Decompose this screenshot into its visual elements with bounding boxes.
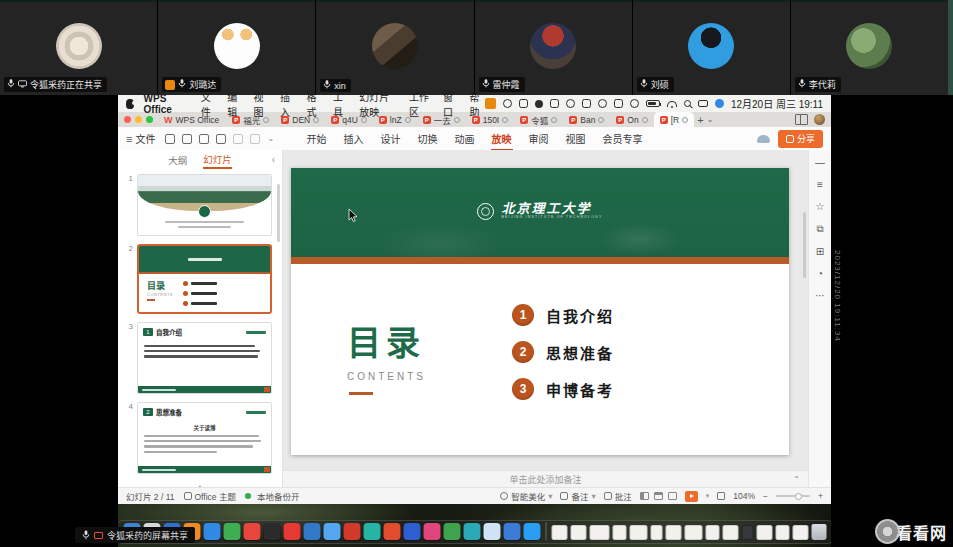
dock-app-netease[interactable] (343, 523, 360, 540)
ribbon-tab-视图[interactable]: 视图 (565, 127, 587, 151)
dock-app-docs[interactable] (403, 523, 420, 540)
theme-button[interactable]: Office 主题 (184, 490, 236, 502)
dock-minimized-window[interactable] (705, 525, 719, 540)
participant-tile[interactable]: 李代莉 (791, 0, 948, 95)
account-avatar[interactable] (814, 114, 825, 125)
more-ellipsis-icon[interactable]: ⋯ (815, 290, 825, 301)
dock-app-chrome[interactable] (243, 523, 260, 540)
output-icon[interactable] (182, 134, 192, 144)
document-tab[interactable]: P令狐 (514, 112, 563, 127)
dock-minimized-window[interactable] (775, 525, 789, 540)
apple-logo-icon[interactable] (126, 99, 134, 109)
dock-app-baidu-disk[interactable] (523, 523, 540, 540)
slide-sorter-icon[interactable] (654, 492, 663, 500)
thumb-card-toc[interactable]: 目录 CONTENTS (137, 244, 272, 314)
file-menu-button[interactable]: 文件 (135, 131, 155, 146)
search-icon[interactable] (684, 100, 691, 107)
ribbon-tab-设计[interactable]: 设计 (380, 127, 402, 151)
wifi-icon[interactable] (667, 101, 677, 107)
toc-block[interactable]: 目录 CONTENTS (347, 316, 426, 395)
hamburger-icon[interactable]: ≡ (126, 133, 132, 145)
ribbon-tab-审阅[interactable]: 审阅 (528, 127, 550, 151)
play-options-chevron[interactable]: ▾ (706, 492, 710, 500)
menubar-clock[interactable]: 12月20日 周三 19:11 (731, 96, 823, 111)
dock-app-tencent-meeting[interactable] (463, 523, 480, 540)
dock-app-excel[interactable] (443, 523, 460, 540)
notes-expand-icon[interactable]: ⌃ (793, 475, 800, 484)
agenda-item[interactable]: 2思想准备 (512, 341, 614, 363)
tab-slides[interactable]: 幻灯片 (203, 152, 232, 169)
collapse-panel-icon[interactable]: ‹ (272, 154, 275, 165)
ribbon-tab-会员专享[interactable]: 会员专享 (602, 127, 644, 151)
dock-app-music[interactable] (283, 523, 300, 540)
notes-toggle-button[interactable]: 备注▾ (560, 490, 595, 502)
document-tab[interactable]: P150I (466, 112, 515, 127)
history-clock-icon[interactable]: ◔ (817, 268, 823, 279)
screen-share-indicator[interactable]: 令狐采药的屏幕共享 (75, 527, 195, 543)
weather-icon[interactable] (535, 100, 543, 108)
document-tab[interactable]: Pq4U (325, 112, 373, 127)
redo-icon[interactable] (250, 134, 260, 144)
dock-minimized-window[interactable] (756, 525, 772, 540)
dock-app-mail[interactable] (203, 523, 220, 540)
ribbon-tab-插入[interactable]: 插入 (343, 127, 365, 151)
dock-minimized-window[interactable] (612, 525, 626, 540)
dock-app-wps[interactable] (383, 523, 400, 540)
backup-icon[interactable] (582, 99, 591, 108)
wps-home-tab[interactable]: W WPS Office (157, 112, 226, 127)
document-tab[interactable]: PlnZ (373, 112, 417, 127)
dock-app-pdf[interactable] (423, 523, 440, 540)
zoom-slider[interactable] (776, 495, 810, 497)
fit-window-icon[interactable] (717, 492, 725, 500)
document-tab[interactable]: P[R (654, 112, 695, 127)
dock-app-notes-app[interactable] (483, 523, 500, 540)
notes-bar[interactable]: 单击此处添加备注 ⌃ (283, 470, 808, 488)
dock-trash-icon[interactable] (811, 524, 826, 540)
save-icon[interactable] (165, 134, 175, 144)
tab-close-icon[interactable] (642, 117, 648, 123)
dock-app-qq[interactable] (503, 523, 520, 540)
close-window-button[interactable] (124, 116, 131, 123)
ribbon-tab-放映[interactable]: 放映 (491, 127, 513, 151)
slide-thumb-3[interactable]: 3 1 自我介绍 (118, 318, 282, 398)
tab-close-icon[interactable] (682, 117, 688, 123)
tab-close-icon[interactable] (454, 117, 460, 123)
thumb-card-intro[interactable]: 1 自我介绍 (137, 322, 272, 394)
document-tab[interactable]: P一去 (417, 112, 466, 127)
participant-tile[interactable]: 雷仲霞 (475, 0, 632, 95)
panel-scrollbar[interactable] (277, 184, 280, 242)
collapse-pane-icon[interactable]: — (815, 157, 825, 168)
layout-grid-icon[interactable]: ⊞ (816, 246, 824, 257)
document-tab[interactable]: PDEN (275, 112, 325, 127)
dock-minimized-window[interactable] (629, 525, 647, 540)
dock-minimized-window[interactable] (570, 525, 586, 540)
sync-icon[interactable] (715, 99, 724, 108)
participant-tile[interactable]: xin (316, 0, 473, 95)
slide-thumb-1[interactable]: 1 (118, 170, 282, 240)
tab-close-icon[interactable] (551, 117, 557, 123)
ribbon-tab-开始[interactable]: 开始 (306, 127, 328, 151)
undo-icon[interactable] (233, 134, 243, 144)
tab-close-icon[interactable] (598, 117, 604, 123)
dock-minimized-window[interactable] (741, 525, 753, 540)
minimize-window-button[interactable] (135, 116, 142, 123)
comments-button[interactable]: 批注 (604, 490, 632, 502)
dock-minimized-window[interactable] (792, 525, 808, 540)
ribbon-tab-动画[interactable]: 动画 (454, 127, 476, 151)
dock-app-word[interactable] (303, 523, 320, 540)
slide-thumb-4[interactable]: 4 2 思想准备 关于读博 (118, 398, 282, 478)
tab-close-icon[interactable] (361, 117, 367, 123)
split-view-icon[interactable] (795, 114, 808, 125)
bluetooth-icon[interactable] (614, 99, 623, 108)
canvas-scrollbar[interactable] (803, 212, 806, 278)
dock-app-wechat[interactable] (363, 523, 380, 540)
tab-close-icon[interactable] (263, 117, 269, 123)
slide-subtitle[interactable]: CONTENTS (347, 371, 426, 382)
dock-app-terminal[interactable] (263, 523, 280, 540)
screen-record-icon[interactable] (503, 99, 512, 108)
meeting-status-icon[interactable] (630, 99, 639, 108)
document-tab[interactable]: P福光 (226, 112, 275, 127)
print-icon[interactable] (199, 134, 209, 144)
ribbon-tab-切换[interactable]: 切换 (417, 127, 439, 151)
tab-outline[interactable]: 大纲 (168, 153, 187, 167)
